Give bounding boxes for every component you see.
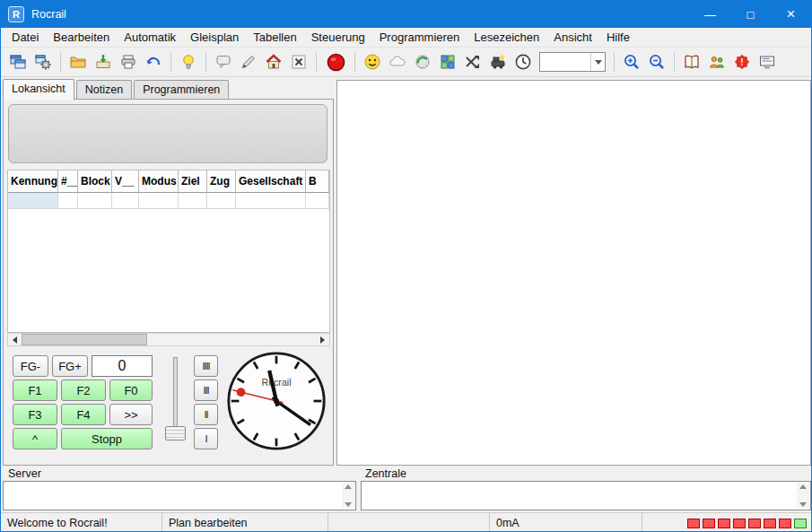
users-button[interactable] <box>704 50 729 74</box>
save-button[interactable] <box>91 50 116 74</box>
users-icon <box>708 53 726 71</box>
table-cell[interactable] <box>139 193 179 209</box>
fg-plus-button[interactable]: FG+ <box>52 355 88 377</box>
track-power-indicator <box>733 519 746 528</box>
open-button[interactable] <box>65 50 91 74</box>
menu-item-tabellen[interactable]: Tabellen <box>246 28 303 47</box>
scrollbar-track[interactable] <box>22 334 316 345</box>
routes-button[interactable] <box>460 50 485 74</box>
table-cell[interactable] <box>58 193 78 209</box>
direction-button[interactable]: ^ <box>13 428 57 449</box>
cloud-button[interactable] <box>385 50 410 74</box>
zentrale-log[interactable] <box>361 481 811 510</box>
home-button[interactable] <box>261 50 286 74</box>
horizontal-scrollbar <box>7 333 330 346</box>
f4-button[interactable]: F4 <box>61 404 106 425</box>
tab-notizen[interactable]: Notizen <box>76 80 132 99</box>
zentrale-log-scrollbar[interactable] <box>797 483 809 509</box>
toolbar-combobox[interactable] <box>539 52 606 72</box>
menu-item-hilfe[interactable]: Hilfe <box>599 28 637 47</box>
column-gesellschaft[interactable]: Gesellschaft <box>236 170 306 193</box>
table-cell[interactable] <box>78 193 112 209</box>
menu-item-lesezeichen[interactable]: Lesezeichen <box>467 28 546 47</box>
speedstep-3-button[interactable]: III <box>194 379 218 401</box>
f0-button[interactable]: F0 <box>109 379 153 401</box>
scroll-right-button[interactable] <box>316 334 329 345</box>
table-cell[interactable] <box>207 193 236 209</box>
table-cell[interactable] <box>306 193 329 209</box>
scroll-down-icon <box>799 502 807 507</box>
column-kennung[interactable]: Kennung <box>8 170 58 193</box>
f1-button[interactable]: F1 <box>13 379 57 401</box>
table-cell[interactable] <box>8 193 58 209</box>
workspace-button[interactable] <box>5 50 31 74</box>
shift-functions-button[interactable]: >> <box>109 404 153 425</box>
loco-decoder-button[interactable] <box>485 50 511 74</box>
menu-item-bearbeiten[interactable]: Bearbeiten <box>46 28 117 47</box>
clock-button[interactable] <box>511 50 536 74</box>
stop-button[interactable]: Stopp <box>61 428 153 449</box>
smiley-button[interactable] <box>360 50 385 74</box>
f3-button[interactable]: F3 <box>13 404 57 425</box>
column-modus[interactable]: Modus <box>139 170 179 193</box>
properties-button[interactable] <box>31 50 56 74</box>
track-power-indicator <box>703 519 715 528</box>
chevron-down-icon[interactable] <box>590 53 605 71</box>
menu-item-steuerung[interactable]: Steuerung <box>304 28 372 47</box>
tab-programmieren[interactable]: Programmieren <box>134 80 229 99</box>
column-ziel[interactable]: Ziel <box>179 170 207 193</box>
f2-button[interactable]: F2 <box>61 379 106 401</box>
zoom-in-button[interactable] <box>619 50 644 74</box>
track-power-indicator <box>687 519 700 528</box>
status-mode: Plan bearbeiten <box>162 513 328 532</box>
blocks-button[interactable] <box>435 50 460 74</box>
zoom-out-button[interactable] <box>644 50 669 74</box>
column-number[interactable]: #__ <box>58 170 78 193</box>
menu-item-gleisplan[interactable]: Gleisplan <box>183 28 246 47</box>
book-button[interactable] <box>679 50 704 74</box>
minimize-button[interactable]: — <box>690 1 730 28</box>
column-zug[interactable]: Zug <box>207 170 236 193</box>
column-b[interactable]: B <box>306 170 329 193</box>
track-power-indicator <box>718 519 730 528</box>
scrollbar-thumb[interactable] <box>22 334 147 345</box>
fg-minus-button[interactable]: FG- <box>13 355 48 377</box>
server-log-scrollbar[interactable] <box>342 483 354 509</box>
menu-item-datei[interactable]: Datei <box>4 28 46 47</box>
column-v[interactable]: V__ <box>112 170 139 193</box>
power-lamp-button[interactable] <box>176 50 201 74</box>
close-button[interactable]: × <box>771 1 811 28</box>
scroll-left-button[interactable] <box>8 334 22 345</box>
tab-lokansicht[interactable]: Lokansicht <box>3 79 74 100</box>
speedstep-2-button[interactable]: II <box>194 404 218 425</box>
table-cell[interactable] <box>112 193 139 209</box>
table-cell[interactable] <box>236 193 306 209</box>
alert-icon: ! <box>733 53 751 71</box>
undo-button[interactable] <box>141 50 166 74</box>
menu-item-programmieren[interactable]: Programmieren <box>372 28 467 47</box>
table-cell[interactable] <box>179 193 207 209</box>
server-log[interactable] <box>3 481 356 510</box>
message-button[interactable] <box>211 50 236 74</box>
speedstep-1-button[interactable]: I <box>194 428 218 449</box>
emergency-stop-button[interactable] <box>321 50 350 74</box>
edit-button[interactable] <box>236 50 261 74</box>
track-plan-canvas[interactable] <box>336 80 811 466</box>
maximize-button[interactable]: □ <box>730 1 771 28</box>
close-plan-button[interactable] <box>286 50 311 74</box>
toolbar: ! <box>1 48 811 77</box>
loco-table-header: Kennung #__ Block V__ Modus Ziel Zug Ges… <box>8 170 329 193</box>
menu-item-automatik[interactable]: Automatik <box>117 28 183 47</box>
track-power-indicator <box>764 519 776 528</box>
alert-button[interactable]: ! <box>729 50 755 74</box>
monitor-icon <box>758 53 776 71</box>
speedstep-4-button[interactable]: IIII <box>194 355 218 377</box>
column-block[interactable]: Block <box>78 170 112 193</box>
monitor-button[interactable] <box>755 50 780 74</box>
print-button[interactable] <box>116 50 141 74</box>
rotate-button[interactable] <box>410 50 435 74</box>
throttle-slider-handle[interactable] <box>165 426 186 440</box>
menu-item-ansicht[interactable]: Ansicht <box>546 28 599 47</box>
zentrale-label: Zentrale <box>365 467 406 480</box>
properties-icon <box>34 53 52 71</box>
